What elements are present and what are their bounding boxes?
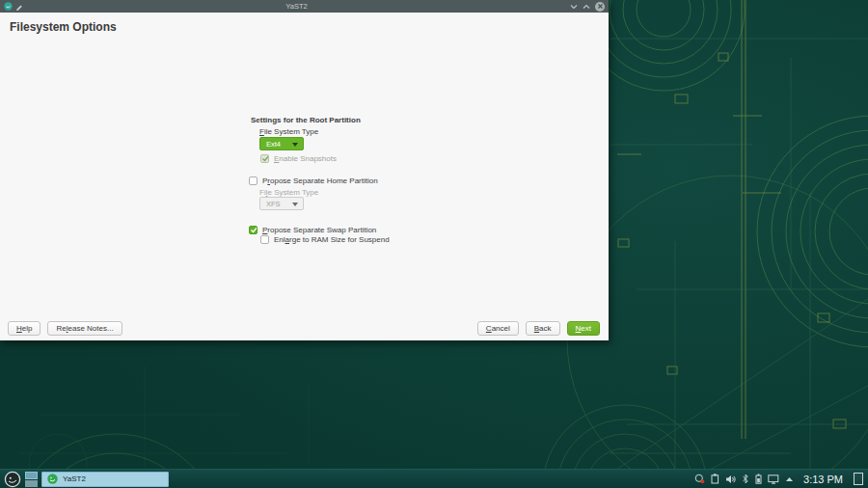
system-tray: 3:13 PM: [694, 473, 865, 485]
dialog-button-row: Help Release Notes... Cancel Back Next: [8, 321, 600, 336]
bluetooth-icon[interactable]: [742, 474, 749, 484]
enable-snapshots-checkbox: Enable Snapshots: [260, 154, 337, 163]
cancel-button[interactable]: Cancel: [477, 321, 519, 336]
home-fs-type-label: File System Type: [259, 188, 318, 197]
chevron-down-icon: [292, 143, 298, 147]
root-fs-type-select[interactable]: Ext4: [259, 137, 304, 150]
taskbar-task-yast2[interactable]: YaST2: [41, 472, 169, 487]
close-button[interactable]: [595, 2, 605, 12]
desktop-2[interactable]: [25, 480, 38, 487]
checkbox-box: [249, 176, 258, 185]
propose-swap-label: Propose Separate Swap Partition: [262, 226, 376, 234]
battery-icon[interactable]: [755, 474, 762, 484]
root-fs-type-label: File System Type: [259, 127, 318, 136]
clock[interactable]: 3:13 PM: [803, 474, 843, 485]
release-notes-button[interactable]: Release Notes...: [47, 321, 122, 336]
window-content: Filesystem Options Settings for the Root…: [0, 13, 609, 340]
home-fs-type-select: XFS: [259, 197, 304, 210]
maximize-button[interactable]: [583, 4, 590, 10]
volume-icon[interactable]: [725, 474, 736, 484]
chevron-up-icon: [583, 4, 590, 10]
root-section-title: Settings for the Root Partition: [251, 116, 361, 124]
desktop-1[interactable]: [25, 472, 38, 479]
propose-swap-checkbox[interactable]: Propose Separate Swap Partition: [249, 226, 376, 234]
root-fs-type-value: Ext4: [266, 140, 281, 149]
checkbox-box: [260, 154, 269, 163]
application-launcher-button[interactable]: [3, 470, 21, 488]
home-fs-type-value: XFS: [266, 200, 281, 208]
opensuse-logo-icon: [4, 471, 21, 488]
task-label: YaST2: [63, 474, 86, 483]
enable-snapshots-label: Enable Snapshots: [274, 154, 337, 163]
help-button[interactable]: Help: [8, 321, 41, 336]
enlarge-swap-label: Enlarge to RAM Size for Suspend: [274, 235, 390, 244]
enlarge-swap-checkbox[interactable]: Enlarge to RAM Size for Suspend: [260, 235, 390, 244]
minimize-button[interactable]: [570, 4, 578, 10]
expand-tray-icon[interactable]: [785, 476, 794, 482]
edit-icon: [15, 3, 23, 11]
propose-home-checkbox[interactable]: Propose Separate Home Partition: [249, 176, 378, 185]
check-icon: [250, 226, 257, 234]
back-button[interactable]: Back: [526, 321, 560, 336]
window-title: YaST2: [23, 2, 570, 11]
show-desktop-button[interactable]: [854, 473, 863, 485]
display-icon[interactable]: [768, 474, 779, 484]
checkbox-box: [260, 235, 269, 244]
chevron-down-icon: [570, 4, 578, 10]
desktop: YaST2 File: [0, 0, 868, 488]
software-updates-icon[interactable]: [694, 474, 705, 484]
chevron-down-icon: [292, 203, 298, 206]
close-icon: [596, 2, 605, 11]
virtual-desktop-pager[interactable]: [25, 472, 38, 487]
propose-home-label: Propose Separate Home Partition: [262, 176, 378, 185]
window-titlebar[interactable]: YaST2: [0, 0, 609, 13]
yast2-window: YaST2 File: [0, 0, 609, 340]
taskbar: YaST2: [0, 469, 868, 488]
checkbox-box: [249, 226, 258, 234]
yast-app-icon: [47, 474, 58, 484]
clipboard-icon[interactable]: [711, 474, 719, 484]
page-title: Filesystem Options: [10, 20, 117, 34]
check-icon: [261, 154, 268, 163]
next-button[interactable]: Next: [567, 321, 600, 336]
yast-app-icon: [4, 2, 13, 11]
